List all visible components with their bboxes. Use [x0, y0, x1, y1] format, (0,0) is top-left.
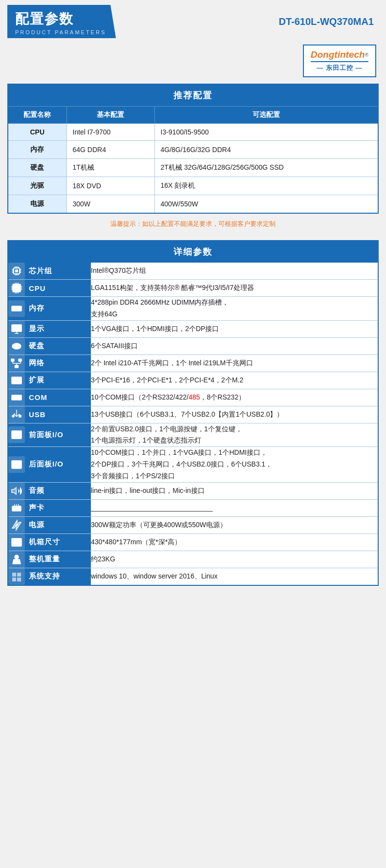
- detail-label-text: 系统支持: [29, 572, 60, 581]
- detail-value: Intel®Q370芯片组: [91, 263, 378, 280]
- svg-point-61: [19, 397, 20, 398]
- detail-label-text: 硬盘: [29, 341, 44, 351]
- svg-point-60: [17, 397, 18, 398]
- svg-rect-56: [18, 378, 20, 380]
- detail-label-cell: 整机重量: [8, 551, 91, 568]
- detail-label-text: 显示: [29, 324, 44, 334]
- rec-row-optional: 2T机械 32G/64G/128G/256G/500G SSD: [154, 159, 378, 177]
- svg-point-65: [12, 415, 14, 417]
- detail-label-text: 内存: [29, 304, 44, 313]
- detail-value: windows 10、window server 2016、Linux: [91, 568, 378, 585]
- rec-row-name: 光驱: [8, 177, 66, 195]
- page-title: 配置参数: [15, 10, 106, 28]
- logo-subtitle: — 东田工控 —: [311, 61, 368, 72]
- detail-label-cell: 声卡: [8, 499, 91, 516]
- soundcard-icon: [8, 500, 25, 516]
- logo-area: Dongtintech ® — 东田工控 —: [0, 41, 386, 80]
- detail-row: 显示 1个VGA接口，1个HDMI接口，2个DP接口: [8, 320, 378, 337]
- rec-row-basic: 64G DDR4: [66, 141, 154, 159]
- svg-rect-102: [12, 578, 16, 581]
- detail-table: 详细参数 芯片组 Intel®Q370芯片组 CPU LGA1151构架，支持英…: [7, 240, 379, 586]
- detail-value: 300W额定功率（可更换400W或550W电源）: [91, 516, 378, 534]
- detail-title: 详细参数: [8, 241, 378, 263]
- network-icon: [8, 355, 25, 372]
- detail-row: 机箱尺寸 430*480*177mm（宽*深*高）: [8, 534, 378, 551]
- detail-label-cell: 显示: [8, 320, 91, 337]
- detail-row: USB 13个USB接口（6个USB3.1、7个USB2.0【内置1个USB2.…: [8, 406, 378, 423]
- svg-line-67: [14, 413, 15, 414]
- svg-rect-100: [12, 573, 16, 577]
- weight-icon: [8, 551, 25, 568]
- detail-value: 3个PCI-E*16，2个PCI-E*1，2个PCI-E*4，2个M.2: [91, 372, 378, 389]
- detail-label-cell: 扩展: [8, 372, 91, 389]
- detail-row: 电源 300W额定功率（可更换400W或550W电源）: [8, 516, 378, 534]
- detail-row: 硬盘 6个SATAIII接口: [8, 337, 378, 355]
- rec-row-name: 内存: [8, 141, 66, 159]
- reario-icon: [8, 456, 25, 473]
- chip-icon: [8, 263, 25, 279]
- recommend-row: 电源 300W 400W/550W: [8, 195, 378, 214]
- svg-marker-89: [12, 520, 21, 530]
- svg-point-79: [16, 467, 17, 467]
- usb-icon: [8, 406, 25, 423]
- detail-value: 10个COM接口，1个并口，1个VGA接口，1个HDMI接口，2个DP接口，3个…: [91, 447, 378, 482]
- svg-rect-68: [12, 431, 21, 439]
- svg-rect-69: [13, 433, 15, 434]
- hdd-icon: [8, 338, 25, 355]
- detail-value: 430*480*177mm（宽*深*高）: [91, 534, 378, 551]
- col-header-name: 配置名称: [8, 107, 66, 124]
- detail-label-cell: 网络: [8, 355, 91, 372]
- svg-point-80: [19, 467, 20, 467]
- col-header-basic: 基本配置: [66, 107, 154, 124]
- svg-rect-45: [11, 359, 14, 361]
- detail-value: line-in接口，line-out接口，Mic-in接口: [91, 482, 378, 499]
- detail-label-text: CPU: [29, 284, 46, 292]
- recommend-title: 推荐配置: [8, 84, 378, 107]
- svg-point-71: [14, 436, 15, 437]
- detail-label-cell: 音频: [8, 482, 91, 499]
- svg-rect-33: [13, 307, 14, 310]
- svg-point-93: [15, 539, 16, 540]
- detail-label-text: USB: [29, 410, 46, 419]
- svg-rect-75: [15, 462, 17, 464]
- logo-box: Dongtintech ® — 东田工控 —: [303, 45, 376, 77]
- detail-label-cell: 电源: [8, 516, 91, 534]
- rec-row-basic: Intel I7-9700: [66, 124, 154, 141]
- svg-marker-81: [12, 488, 16, 494]
- svg-point-59: [15, 397, 16, 398]
- svg-rect-46: [15, 365, 19, 368]
- detail-label-text: 声卡: [29, 503, 44, 512]
- svg-point-84: [18, 508, 20, 510]
- detail-label-text: 前面板I/O: [29, 430, 64, 440]
- detail-label-text: COM: [29, 393, 47, 401]
- detail-label-text: 扩展: [29, 376, 44, 385]
- rec-row-basic: 1T机械: [66, 159, 154, 177]
- chassis-icon: [8, 534, 25, 551]
- detail-label-cell: 机箱尺寸: [8, 534, 91, 551]
- detail-label-cell: 硬盘: [8, 337, 91, 355]
- svg-rect-70: [16, 433, 18, 434]
- detail-label-text: 网络: [29, 358, 44, 368]
- detail-label-text: 音频: [29, 486, 44, 495]
- svg-rect-35: [17, 307, 18, 310]
- detail-section: 详细参数 芯片组 Intel®Q370芯片组 CPU LGA1151构架，支持英…: [0, 236, 386, 593]
- detail-label-cell: 内存: [8, 297, 91, 321]
- page: 配置参数 PRODUCT PARAMETERS DT-610L-WQ370MA1…: [0, 0, 386, 593]
- svg-point-72: [19, 436, 20, 437]
- power-icon: [8, 517, 25, 534]
- svg-point-58: [13, 397, 14, 398]
- header: 配置参数 PRODUCT PARAMETERS DT-610L-WQ370MA1: [0, 0, 386, 41]
- detail-row: 整机重量 约23KG: [8, 551, 378, 568]
- svg-rect-66: [19, 415, 21, 417]
- rec-row-name: 电源: [8, 195, 66, 214]
- recommend-row: 内存 64G DDR4 4G/8G/16G/32G DDR4: [8, 141, 378, 159]
- detail-label-cell: COM: [8, 389, 91, 406]
- svg-rect-36: [19, 307, 20, 310]
- col-header-optional: 可选配置: [154, 107, 378, 124]
- svg-rect-76: [18, 462, 19, 464]
- os-icon: [8, 568, 25, 585]
- recommend-row: 光驱 18X DVD 16X 刻录机: [8, 177, 378, 195]
- rec-row-basic: 18X DVD: [66, 177, 154, 195]
- svg-rect-94: [13, 542, 17, 545]
- detail-label-text: 芯片组: [29, 267, 52, 276]
